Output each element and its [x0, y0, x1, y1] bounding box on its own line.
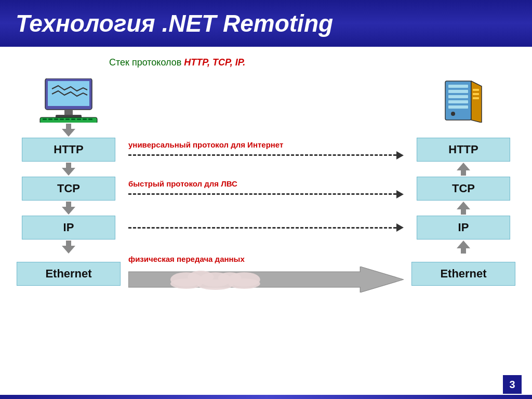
subtitle-prefix: Стек протоколов — [109, 57, 184, 68]
svg-rect-15 — [448, 85, 468, 88]
svg-marker-25 — [128, 267, 404, 292]
left-http: HTTP — [17, 138, 121, 162]
svg-rect-6 — [48, 118, 52, 120]
svg-rect-24 — [473, 97, 479, 99]
center-empty-3 — [121, 201, 411, 216]
center-empty-1 — [121, 123, 411, 138]
left-http-box: HTTP — [22, 138, 115, 162]
between-http-tcp — [17, 162, 515, 177]
ip-center — [121, 223, 411, 232]
up-arrow-right-http — [457, 162, 470, 177]
left-tcp: TCP — [17, 177, 121, 201]
left-arrow-1 — [17, 123, 121, 138]
left-down-3 — [17, 201, 121, 216]
down-arrow-left-eth — [62, 240, 75, 255]
svg-point-33 — [228, 278, 260, 289]
left-ip-box: IP — [22, 216, 115, 240]
right-up-4 — [411, 240, 515, 255]
left-ethernet: Ethernet — [17, 262, 121, 286]
between-ip-eth — [17, 240, 515, 255]
svg-rect-7 — [54, 118, 58, 120]
svg-rect-13 — [88, 118, 92, 120]
left-down-2 — [17, 162, 121, 177]
ethernet-center: физическая передача данных — [121, 255, 411, 292]
cloud-arrow-row — [128, 267, 404, 292]
svg-rect-22 — [473, 89, 479, 91]
svg-rect-23 — [473, 93, 479, 95]
tcp-label: быстрый протокол для ЛВС — [128, 179, 404, 188]
right-ip: IP — [411, 216, 515, 240]
tcp-dashed-arrow — [128, 190, 404, 198]
svg-point-20 — [451, 112, 455, 116]
up-arrow-right-ip — [457, 240, 470, 255]
down-arrow-left-tcp — [62, 162, 75, 177]
left-ethernet-box: Ethernet — [17, 262, 121, 286]
svg-point-32 — [197, 280, 234, 290]
svg-rect-11 — [77, 118, 81, 120]
tcp-row: TCP быстрый протокол для ЛВС TCP — [17, 177, 515, 201]
svg-marker-21 — [471, 81, 482, 123]
center-empty-2 — [121, 162, 411, 177]
page-number: 3 — [503, 375, 522, 394]
right-http: HTTP — [411, 138, 515, 162]
subtitle-highlight: HTTP, TCP, IP. — [184, 57, 245, 68]
left-ip: IP — [17, 216, 121, 240]
ip-row: IP IP — [17, 216, 515, 240]
down-arrow-left-ip — [62, 201, 75, 216]
ethernet-label: физическая передача данных — [128, 255, 245, 263]
left-down-4 — [17, 240, 121, 255]
between-tcp-ip — [17, 201, 515, 216]
svg-rect-5 — [43, 118, 47, 120]
right-tcp: TCP — [411, 177, 515, 201]
slide: Технология .NET Remoting Стек протоколов… — [0, 0, 532, 399]
right-ip-box: IP — [417, 216, 510, 240]
center-empty-4 — [121, 240, 411, 255]
right-ethernet-box: Ethernet — [411, 262, 515, 286]
svg-rect-8 — [60, 118, 64, 120]
svg-rect-9 — [65, 118, 70, 120]
server-container — [411, 78, 515, 123]
svg-rect-16 — [448, 90, 468, 93]
svg-rect-17 — [448, 95, 468, 98]
svg-rect-10 — [71, 118, 75, 120]
right-empty-1 — [411, 123, 515, 138]
diagram: HTTP универсальный протокол для Интернет… — [17, 78, 515, 292]
right-tcp-box: TCP — [417, 177, 510, 201]
ethernet-row: Ethernet физическая передача данных — [17, 255, 515, 292]
svg-rect-19 — [448, 105, 468, 109]
left-tcp-box: TCP — [22, 177, 115, 201]
computer-icon — [37, 78, 100, 123]
http-row: HTTP универсальный протокол для Интернет… — [17, 138, 515, 162]
down-arrow-left-http — [62, 123, 75, 138]
arrow-row-1 — [17, 123, 515, 138]
ip-dashed-arrow — [128, 223, 404, 232]
icon-row — [17, 78, 515, 123]
right-up-3 — [411, 201, 515, 216]
up-arrow-right-tcp — [457, 201, 470, 216]
content-area: Стек протоколов HTTP, TCP, IP. — [0, 47, 532, 303]
svg-point-31 — [170, 278, 202, 289]
right-up-2 — [411, 162, 515, 177]
svg-rect-18 — [448, 100, 468, 103]
http-label: универсальный протокол для Интернет — [128, 140, 404, 149]
physical-layer-arrow — [128, 267, 404, 292]
slide-title: Технология .NET Remoting — [16, 9, 333, 37]
subtitle: Стек протоколов HTTP, TCP, IP. — [109, 57, 516, 68]
right-http-box: HTTP — [417, 138, 510, 162]
svg-rect-2 — [64, 110, 73, 115]
bottom-accent-bar — [0, 395, 532, 399]
http-dashed-arrow — [128, 151, 404, 159]
http-center: универсальный протокол для Интернет — [121, 140, 411, 159]
tcp-center: быстрый протокол для ЛВС — [121, 179, 411, 198]
header: Технология .NET Remoting — [0, 0, 532, 47]
server-icon — [440, 78, 487, 123]
right-ethernet: Ethernet — [411, 262, 515, 286]
svg-rect-12 — [83, 118, 87, 120]
computer-container — [17, 78, 121, 123]
